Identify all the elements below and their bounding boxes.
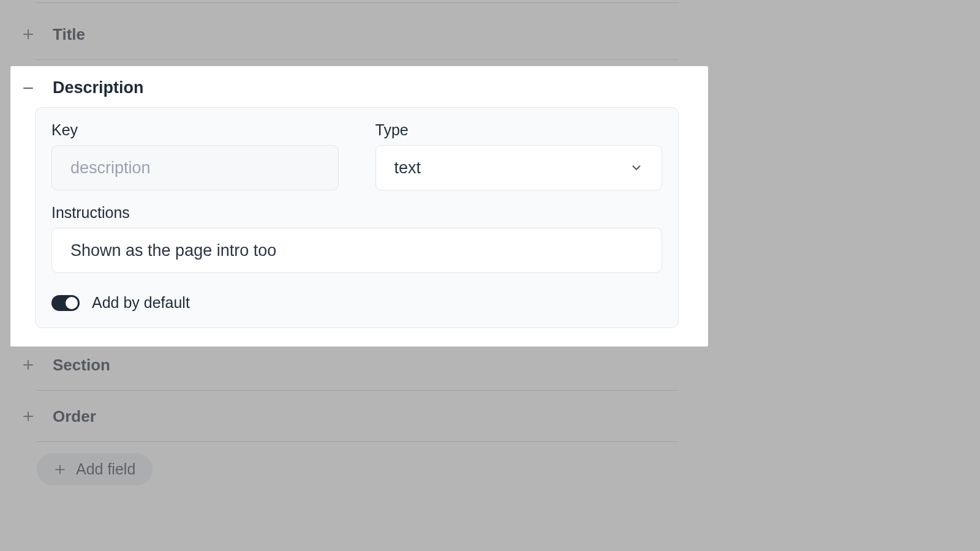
- add-field-label: Add field: [76, 460, 135, 478]
- plus-icon[interactable]: [21, 27, 36, 42]
- field-title-label: Description: [53, 78, 144, 97]
- field-row-description-expanded: Description Key Type text Instructions: [10, 66, 708, 347]
- plus-icon: [54, 463, 66, 476]
- add-by-default-toggle[interactable]: [51, 295, 80, 311]
- plus-icon[interactable]: [21, 358, 36, 372]
- chevron-down-icon: [630, 161, 643, 174]
- instructions-input[interactable]: [51, 228, 662, 273]
- add-field-button[interactable]: Add field: [37, 453, 153, 485]
- type-select-value: text: [394, 159, 421, 178]
- type-select[interactable]: text: [375, 145, 663, 190]
- type-label: Type: [375, 121, 663, 139]
- field-row-order[interactable]: Order: [0, 391, 708, 442]
- field-title-label: Section: [53, 356, 110, 375]
- field-title-label: Order: [53, 407, 96, 426]
- field-config-card: Key Type text Instructions Add by d: [35, 107, 679, 328]
- field-row-section[interactable]: Section: [0, 339, 708, 391]
- key-label: Key: [51, 121, 339, 139]
- plus-icon[interactable]: [21, 409, 36, 424]
- instructions-label: Instructions: [51, 204, 662, 222]
- field-row-title[interactable]: Title: [0, 9, 708, 60]
- add-by-default-label: Add by default: [92, 294, 190, 312]
- key-input[interactable]: [51, 145, 339, 190]
- field-title-label: Title: [53, 25, 85, 44]
- minus-icon[interactable]: [21, 81, 36, 96]
